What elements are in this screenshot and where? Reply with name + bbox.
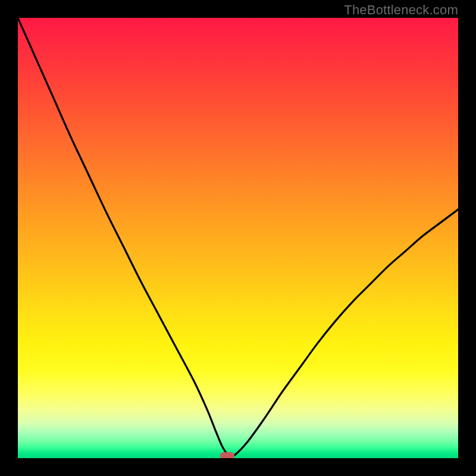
- minimum-marker: [220, 452, 234, 458]
- bottleneck-curve: [18, 18, 458, 458]
- curve-path: [18, 18, 458, 458]
- plot-area: [18, 18, 458, 458]
- watermark-text: TheBottleneck.com: [344, 2, 458, 18]
- chart-frame: TheBottleneck.com: [0, 0, 476, 476]
